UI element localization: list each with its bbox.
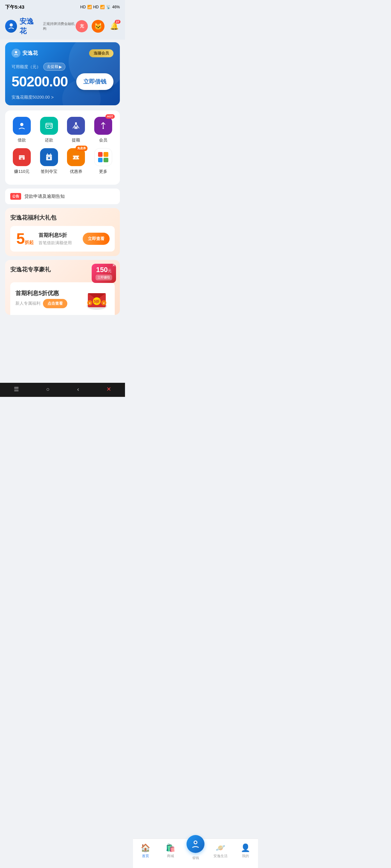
borrow-now-button[interactable]: 立即借钱	[76, 73, 113, 90]
hd-icon1: HD	[80, 5, 86, 9]
signin-icon	[40, 148, 58, 166]
actions-row-2: 领 赚110元 签到夺宝	[8, 148, 117, 175]
promo-card-2: 安逸花专享豪礼 150元 立即赚取 ✕ 首期利息5折优惠 新人专属福利 点击查看	[5, 260, 120, 315]
promo2-image: 5折 ¥ ¥	[84, 287, 110, 310]
promo-desc-title: 首期利息5折	[38, 232, 79, 239]
svg-point-5	[75, 122, 77, 124]
brand-name: 安逸花	[20, 17, 39, 36]
notification-badge: 27	[115, 20, 120, 24]
discount-num: 5	[16, 230, 25, 247]
announcement-bar[interactable]: 公告 贷款申请及逾期告知	[5, 188, 120, 204]
announcement-tag: 公告	[10, 193, 21, 200]
svg-point-0	[9, 23, 13, 27]
credit-info: 安逸花额度50200.00 >	[11, 94, 113, 100]
signal-icon: 📶	[87, 5, 92, 9]
action-repay[interactable]: 还款	[37, 117, 61, 143]
promo-desc-sub: 首笔借款满额使用	[38, 240, 79, 246]
banner-top: 安逸花 逸骊会员	[11, 49, 113, 58]
promo2-sub: 新人专属福利 点击查看	[16, 299, 80, 308]
promo-desc: 首期利息5折 首笔借款满额使用	[38, 232, 79, 246]
see-button[interactable]: 点击查看	[43, 299, 67, 308]
more-icon	[94, 148, 112, 166]
battery-icon: 46%	[112, 5, 120, 9]
promo-card-1: 安逸花福利大礼包 5折起 首期利息5折 首笔借款满额使用 立即查看	[5, 208, 120, 256]
repay-label: 还款	[45, 137, 53, 143]
action-more[interactable]: 更多	[92, 148, 115, 175]
credit-amount-row: 50200.00 立即借钱	[11, 73, 113, 90]
promo2-title: 首期利息5折优惠	[16, 289, 80, 297]
hd-icon2: HD	[93, 5, 99, 9]
status-time: 下午5:43	[5, 4, 24, 10]
svg-point-10	[48, 157, 50, 159]
svg-rect-4	[74, 126, 78, 129]
float-reward-unit: 元	[108, 269, 112, 273]
promo-card-2-title: 安逸花专享豪礼	[10, 266, 51, 273]
close-nav-icon[interactable]: ✕	[106, 386, 111, 393]
menu-nav-icon[interactable]: ☰	[14, 386, 19, 393]
coupon-icon: ¥ 免息券	[67, 148, 85, 166]
back-nav-icon[interactable]: ‹	[77, 386, 79, 393]
earn-icon: 领	[13, 148, 31, 166]
promo2-text: 首期利息5折优惠 新人专属福利 点击查看	[16, 289, 80, 308]
header-left: 安逸花 正规持牌消费金融机构	[5, 17, 76, 36]
svg-text:领: 领	[20, 157, 23, 160]
member-badge: 逸骊会员	[89, 49, 113, 57]
earn-label: 赚110元	[14, 169, 29, 175]
svg-text:5折: 5折	[94, 299, 100, 304]
svg-text:¥: ¥	[75, 156, 77, 159]
svg-point-13	[78, 156, 80, 158]
raise-limit-label: 提额	[72, 137, 80, 143]
header-right: 充 🐱 🔔 27	[76, 20, 120, 33]
status-bar: 下午5:43 HD 📶 HD 📶 📡 46%	[0, 0, 125, 14]
float-close-icon[interactable]: ✕	[112, 263, 115, 268]
credit-amount: 50200.00	[11, 73, 68, 90]
promo-action-button-1[interactable]: 立即查看	[83, 233, 110, 245]
home-nav-sys-icon[interactable]: ○	[46, 386, 50, 393]
status-icons: HD 📶 HD 📶 📡 46%	[80, 5, 120, 9]
wifi-icon: 📡	[106, 5, 111, 9]
repay-icon	[40, 117, 58, 135]
action-earn[interactable]: 领 赚110元	[10, 148, 33, 175]
actions-row-1: 借款 还款	[8, 117, 117, 143]
notification-button[interactable]: 🔔 27	[108, 21, 120, 32]
app-logo	[5, 20, 17, 33]
action-signin[interactable]: 签到夺宝	[37, 148, 61, 175]
info-arrow-icon: >	[51, 95, 54, 100]
action-member[interactable]: HOT 会员	[92, 117, 115, 143]
system-nav: ☰ ○ ‹ ✕	[0, 383, 125, 397]
promo-card-1-inner: 5折起 首期利息5折 首笔借款满额使用 立即查看	[10, 226, 115, 252]
float-reward-amount: 150	[96, 266, 108, 274]
shop-button[interactable]: 🐱	[92, 20, 105, 33]
credit-label: 可用额度（元） 去提额 ▶	[11, 63, 113, 71]
svg-point-1	[15, 51, 17, 54]
app-header: 安逸花 正规持牌消费金融机构 充 🐱 🔔 27	[0, 14, 125, 40]
signin-label: 签到夺宝	[41, 169, 57, 175]
svg-rect-3	[46, 123, 52, 128]
svg-text:¥: ¥	[88, 302, 91, 305]
promo-card-1-title: 安逸花福利大礼包	[10, 214, 115, 221]
svg-text:¥: ¥	[103, 302, 105, 305]
banner-logo-text: 安逸花	[22, 50, 38, 57]
extract-button[interactable]: 去提额 ▶	[43, 63, 65, 71]
coupon-label: 优惠券	[70, 169, 82, 175]
action-raise-limit[interactable]: 提额	[64, 117, 87, 143]
borrow-label: 借款	[18, 137, 26, 143]
action-borrow[interactable]: 借款	[10, 117, 33, 143]
action-coupon[interactable]: ¥ 免息券 优惠券	[64, 148, 87, 175]
banner-logo-icon	[11, 49, 21, 58]
brand-subtitle: 正规持牌消费金融机构	[43, 22, 76, 31]
announcement-text: 贷款申请及逾期告知	[24, 194, 65, 199]
discount-badge: 5折起	[16, 231, 35, 246]
member-label: 会员	[99, 137, 107, 143]
quick-actions: 借款 还款	[5, 111, 120, 185]
float-reward-badge[interactable]: 150元 立即赚取 ✕	[92, 264, 116, 283]
hot-badge: HOT	[106, 114, 115, 119]
raise-limit-icon	[67, 117, 85, 135]
signal-icon2: 📶	[100, 5, 105, 9]
svg-point-2	[20, 123, 23, 126]
recharge-button[interactable]: 充	[76, 20, 88, 32]
more-label: 更多	[99, 169, 107, 175]
discount-unit: 折起	[25, 240, 34, 245]
coupon-badge: 免息券	[76, 146, 87, 151]
borrow-icon	[13, 117, 31, 135]
